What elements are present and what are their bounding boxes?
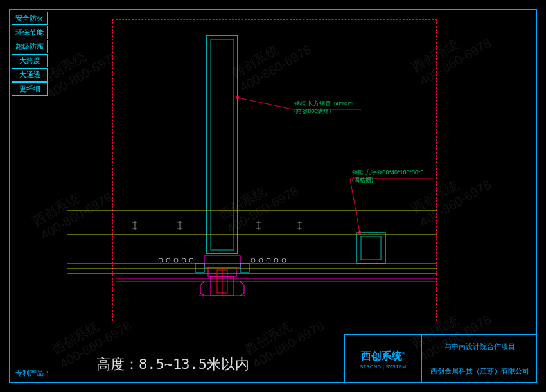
callout-sub-line1: 钢框 几字钢80*40*100*30*3: [352, 169, 424, 177]
callout-main-line1: 钢框 长方钢管550*80*10: [294, 100, 358, 108]
callout-sub-line2: (四格栅): [352, 177, 424, 184]
svg-point-26: [182, 258, 186, 262]
callout-main-profile: 钢框 长方钢管550*80*10 (跨@800满焊): [294, 100, 358, 115]
height-caption: 高度：8.5~13.5米以内: [96, 355, 249, 374]
svg-point-31: [274, 258, 278, 262]
logo-text: 西创系统: [361, 350, 402, 361]
callout-sub-profile: 钢框 几字钢80*40*100*30*3 (四格栅): [352, 169, 424, 184]
svg-rect-1: [211, 39, 234, 250]
company-name: 西创金属科技（江苏）有限公司: [422, 359, 537, 383]
technical-drawing: [0, 0, 546, 392]
svg-point-25: [174, 258, 178, 262]
title-block: 西创系统® STRONG | SYSTEM 与中南设计院合作项目 西创金属科技（…: [344, 334, 537, 383]
logo-subtext: STRONG | SYSTEM: [360, 364, 407, 369]
svg-point-24: [166, 258, 170, 262]
svg-line-44: [350, 179, 360, 233]
patent-label: 专利产品：: [15, 368, 51, 378]
svg-point-46: [358, 231, 361, 234]
svg-rect-33: [204, 256, 240, 267]
svg-point-30: [267, 258, 270, 262]
callout-main-line2: (跨@800满焊): [294, 108, 358, 116]
registered-icon: ®: [402, 351, 405, 355]
svg-rect-10: [361, 236, 381, 260]
project-name: 与中南设计院合作项目: [422, 335, 537, 359]
svg-point-28: [251, 258, 255, 262]
svg-line-41: [238, 98, 292, 109]
svg-point-27: [189, 258, 193, 262]
svg-rect-39: [195, 263, 204, 272]
svg-point-32: [282, 258, 286, 262]
svg-rect-0: [207, 35, 238, 254]
svg-point-29: [259, 258, 263, 262]
svg-rect-40: [240, 263, 249, 272]
svg-point-43: [236, 96, 239, 99]
logo-cell: 西创系统® STRONG | SYSTEM: [345, 335, 422, 383]
svg-point-23: [159, 258, 163, 262]
